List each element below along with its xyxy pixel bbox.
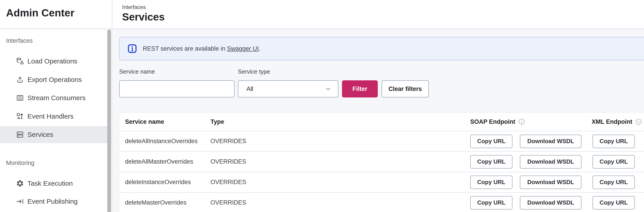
column-header-type: Type xyxy=(210,118,470,125)
column-header-soap-endpoint: SOAP Endpoint xyxy=(470,118,592,125)
soap-endpoint-cell: Copy URL Download WSDL xyxy=(470,135,592,148)
filter-button[interactable]: Filter xyxy=(342,80,378,97)
info-banner: REST services are available in Swagger U… xyxy=(119,37,644,60)
database-download-icon xyxy=(16,57,24,65)
services-table: Service name Type SOAP Endpoint XML Endp… xyxy=(119,113,644,212)
table-header-row: Service name Type SOAP Endpoint XML Endp… xyxy=(120,113,644,131)
copy-soap-url-button[interactable]: Copy URL xyxy=(470,155,512,168)
sidebar-item-label: Event Handlers xyxy=(28,113,74,120)
download-wsdl-button[interactable]: Download WSDL xyxy=(520,155,582,168)
sidebar-item-label: Export Operations xyxy=(28,76,82,84)
column-header-xml-endpoint: XML Endpoint xyxy=(592,118,644,125)
sidebar-item-label: Load Operations xyxy=(28,57,77,65)
sidebar-item-label: Event Publishing xyxy=(28,197,78,205)
service-name-cell: deleteInstanceOverrides xyxy=(125,179,210,186)
xml-endpoint-header-label: XML Endpoint xyxy=(592,118,632,125)
soap-endpoint-header-label: SOAP Endpoint xyxy=(470,118,516,125)
breadcrumb[interactable]: Interfaces xyxy=(122,4,146,10)
download-wsdl-button[interactable]: Download WSDL xyxy=(520,135,582,148)
sidebar-item-label: Services xyxy=(28,131,53,138)
banner-text-after: . xyxy=(259,45,260,52)
table-row: deleteInstanceOverrides OVERRIDES Copy U… xyxy=(120,172,644,192)
sidebar-item-stream-consumers[interactable]: Stream Consumers xyxy=(0,89,111,106)
service-type-select[interactable]: All xyxy=(238,80,338,97)
sidebar-section-monitoring: Monitoring xyxy=(6,159,34,166)
service-name-input[interactable] xyxy=(119,80,234,97)
sidebar-item-services[interactable]: Services xyxy=(0,126,111,143)
app-title: Admin Center xyxy=(6,7,74,19)
sidebar-item-event-handlers[interactable]: Event Handlers xyxy=(0,108,111,125)
soap-endpoint-cell: Copy URL Download WSDL xyxy=(470,155,592,168)
clear-filters-button[interactable]: Clear filters xyxy=(382,80,429,97)
workflow-icon xyxy=(16,112,24,120)
download-wsdl-button[interactable]: Download WSDL xyxy=(520,196,582,209)
sidebar-section-interfaces: Interfaces xyxy=(6,37,33,44)
xml-endpoint-cell: Copy URL xyxy=(592,135,644,148)
service-name-cell: deleteAllMasterOverrides xyxy=(125,158,210,165)
copy-xml-url-button[interactable]: Copy URL xyxy=(592,196,635,209)
copy-xml-url-button[interactable]: Copy URL xyxy=(592,155,635,168)
sidebar: Admin Center Interfaces Load Operations xyxy=(0,0,112,212)
xml-endpoint-cell: Copy URL xyxy=(592,175,644,189)
banner-message: REST services are available in Swagger U… xyxy=(143,45,260,52)
xml-endpoint-cell: Copy URL xyxy=(592,155,644,168)
sidebar-scrollbar[interactable] xyxy=(107,30,111,212)
copy-soap-url-button[interactable]: Copy URL xyxy=(470,135,512,148)
server-icon xyxy=(16,131,24,139)
sidebar-item-label: Stream Consumers xyxy=(28,94,86,102)
soap-endpoint-cell: Copy URL Download WSDL xyxy=(470,196,592,209)
copy-soap-url-button[interactable]: Copy URL xyxy=(470,175,512,189)
service-name-cell: deleteAllInstanceOverrides xyxy=(125,138,210,145)
type-cell: OVERRIDES xyxy=(210,158,470,165)
sidebar-item-task-execution[interactable]: Task Execution xyxy=(0,175,111,192)
chevron-down-icon xyxy=(324,85,332,93)
upload-icon xyxy=(16,76,24,84)
service-type-selected-value: All xyxy=(246,86,253,93)
info-square-icon xyxy=(127,44,138,54)
type-cell: OVERRIDES xyxy=(210,138,470,145)
admin-center-app: Admin Center Interfaces Load Operations xyxy=(0,0,644,212)
sidebar-item-label: Task Execution xyxy=(28,180,73,187)
info-circle-icon[interactable] xyxy=(518,118,525,125)
type-cell: OVERRIDES xyxy=(210,179,470,186)
banner-text-before: REST services are available in xyxy=(143,45,227,52)
column-header-service-name: Service name xyxy=(125,118,210,125)
table-row: deleteAllInstanceOverrides OVERRIDES Cop… xyxy=(120,131,644,151)
service-name-label: Service name xyxy=(119,68,155,75)
service-name-cell: deleteMasterOverrides xyxy=(125,199,210,206)
sidebar-item-event-publishing[interactable]: Event Publishing xyxy=(0,193,111,210)
table-row: deleteAllMasterOverrides OVERRIDES Copy … xyxy=(120,151,644,172)
soap-endpoint-cell: Copy URL Download WSDL xyxy=(470,175,592,189)
table-row: deleteMasterOverrides OVERRIDES Copy URL… xyxy=(120,192,644,212)
service-type-label: Service type xyxy=(238,68,270,75)
copy-xml-url-button[interactable]: Copy URL xyxy=(592,175,635,189)
columns-icon xyxy=(16,94,24,102)
xml-endpoint-cell: Copy URL xyxy=(592,196,644,209)
sidebar-item-export-operations[interactable]: Export Operations xyxy=(0,71,111,88)
header-divider xyxy=(0,29,644,29)
copy-xml-url-button[interactable]: Copy URL xyxy=(592,135,635,148)
arrow-to-bar-icon xyxy=(16,197,24,205)
info-circle-icon[interactable] xyxy=(635,118,642,125)
sidebar-item-load-operations[interactable]: Load Operations xyxy=(0,53,111,70)
page-title: Services xyxy=(122,11,164,23)
gear-icon xyxy=(16,179,24,187)
swagger-ui-link[interactable]: Swagger UI xyxy=(227,45,259,52)
copy-soap-url-button[interactable]: Copy URL xyxy=(470,196,512,209)
download-wsdl-button[interactable]: Download WSDL xyxy=(520,175,582,189)
type-cell: OVERRIDES xyxy=(210,199,470,206)
